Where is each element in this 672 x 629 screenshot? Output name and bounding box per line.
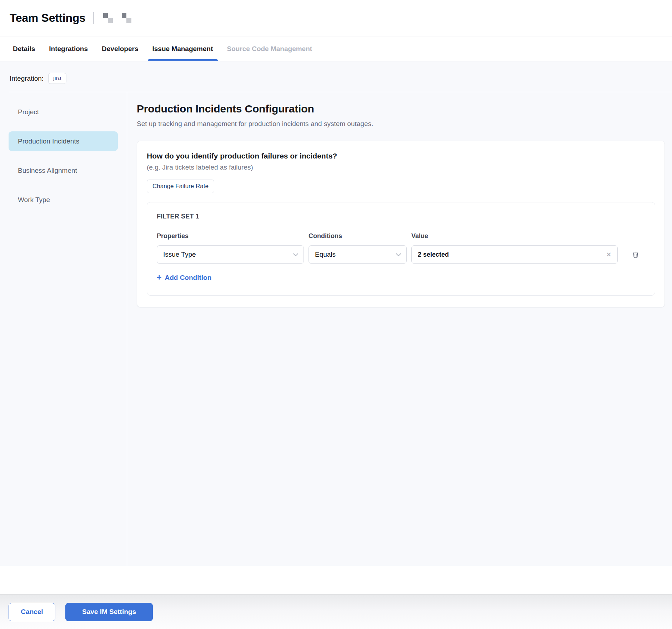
integration-badge: jira xyxy=(48,73,66,84)
property-select[interactable]: Issue Type xyxy=(157,245,304,264)
chevron-down-icon xyxy=(293,251,298,256)
image-placeholder-icon xyxy=(103,13,113,23)
settings-body: Project Production Incidents Business Al… xyxy=(0,92,672,566)
property-select-value: Issue Type xyxy=(163,251,196,258)
value-multiselect[interactable]: 2 selected × xyxy=(411,245,618,264)
title-divider xyxy=(93,12,94,24)
question-heading: How do you identify production failures … xyxy=(147,152,655,160)
sidebar-item-project[interactable]: Project xyxy=(9,102,118,122)
trash-icon xyxy=(632,250,640,259)
column-label-value: Value xyxy=(411,232,618,240)
delete-condition-button[interactable] xyxy=(632,250,640,259)
column-label-properties: Properties xyxy=(157,232,304,240)
tab-developers[interactable]: Developers xyxy=(102,36,138,61)
bottom-spacer xyxy=(0,566,672,594)
sidebar-item-work-type[interactable]: Work Type xyxy=(9,190,118,210)
tab-bar: Details Integrations Developers Issue Ma… xyxy=(0,36,672,61)
settings-sidebar: Project Production Incidents Business Al… xyxy=(0,92,127,566)
value-selected-count: 2 selected xyxy=(418,251,449,258)
main-panel: Production Incidents Configuration Set u… xyxy=(127,92,672,566)
question-hint: (e.g. Jira tickets labeled as failures) xyxy=(147,163,655,171)
cancel-button[interactable]: Cancel xyxy=(9,603,55,621)
save-im-settings-button[interactable]: Save IM Settings xyxy=(65,603,153,621)
add-condition-label: Add Condition xyxy=(165,274,211,282)
content-area: Integration: jira Project Production Inc… xyxy=(0,61,672,566)
team-settings-page: Team Settings Details Integrations Devel… xyxy=(0,0,672,629)
condition-select-value: Equals xyxy=(315,251,336,258)
tab-details[interactable]: Details xyxy=(13,36,35,61)
footer-action-bar: Cancel Save IM Settings xyxy=(0,594,672,629)
page-title: Team Settings xyxy=(10,11,85,25)
integration-row: Integration: jira xyxy=(0,61,672,92)
tab-issue-management[interactable]: Issue Management xyxy=(152,36,213,61)
integration-label: Integration: xyxy=(10,75,44,82)
tab-integrations[interactable]: Integrations xyxy=(49,36,88,61)
column-label-conditions: Conditions xyxy=(309,232,407,240)
plus-icon: + xyxy=(157,273,161,282)
clear-selection-icon[interactable]: × xyxy=(606,250,611,259)
filter-set-card: FILTER SET 1 Properties Conditions Value… xyxy=(147,202,655,296)
section-subtitle: Set up tracking and management for produ… xyxy=(137,120,665,128)
sidebar-item-business-alignment[interactable]: Business Alignment xyxy=(9,161,118,180)
filter-grid: Properties Conditions Value Issue Type E… xyxy=(157,232,646,264)
page-header: Team Settings xyxy=(0,0,672,36)
sidebar-item-production-incidents[interactable]: Production Incidents xyxy=(9,131,118,151)
condition-select[interactable]: Equals xyxy=(309,245,407,264)
change-failure-rate-chip[interactable]: Change Failure Rate xyxy=(147,180,214,193)
filter-set-title: FILTER SET 1 xyxy=(157,213,646,220)
add-condition-button[interactable]: + Add Condition xyxy=(157,274,211,282)
image-placeholder-icon xyxy=(122,13,131,23)
section-title: Production Incidents Configuration xyxy=(137,103,665,115)
incidents-config-card: How do you identify production failures … xyxy=(137,141,665,307)
chevron-down-icon xyxy=(396,251,401,256)
tab-source-code-management[interactable]: Source Code Management xyxy=(227,36,312,61)
